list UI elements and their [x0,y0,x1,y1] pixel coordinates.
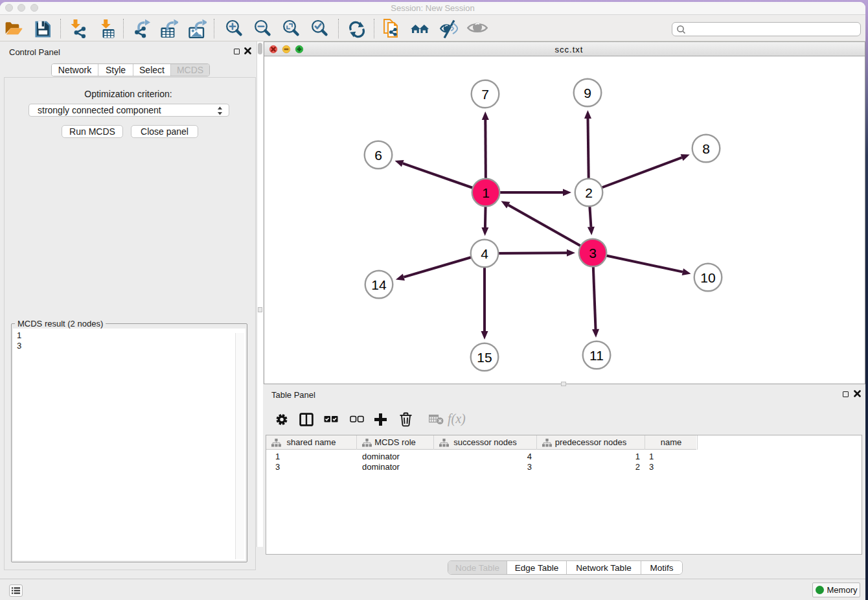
svg-text:15: 15 [477,350,492,365]
svg-text:9: 9 [584,86,591,100]
svg-text:7: 7 [481,87,489,102]
svg-text:8: 8 [702,141,710,156]
svg-text:11: 11 [589,348,604,363]
svg-text:1: 1 [482,185,490,200]
svg-text:10: 10 [700,270,715,285]
svg-text:3: 3 [589,246,597,260]
svg-text:4: 4 [481,246,488,261]
svg-text:6: 6 [374,148,382,163]
svg-text:14: 14 [371,277,387,292]
svg-text:2: 2 [585,185,593,200]
